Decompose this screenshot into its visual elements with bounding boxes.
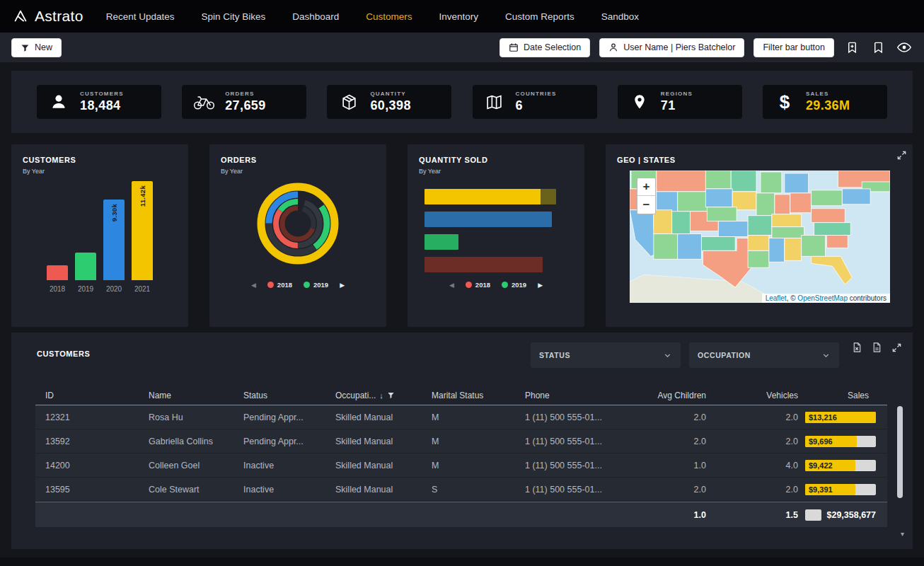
table-totals-row: 1.0 1.5 $29,358,677: [35, 502, 887, 527]
astrato-logo-icon: [13, 8, 28, 24]
bar-2021[interactable]: 11.42k2021: [132, 180, 153, 294]
chart-subtitle: By Year: [23, 168, 45, 175]
nav-item-customers[interactable]: Customers: [366, 11, 412, 22]
cell-vehicles: 2.0: [713, 437, 805, 446]
legend-prev-arrow[interactable]: ◀: [449, 282, 454, 289]
user-icon: [608, 42, 618, 52]
export-document-icon[interactable]: [870, 341, 883, 354]
quantity-hbar-chart: [425, 189, 567, 279]
kpi-card-countries[interactable]: COUNTRIES6: [473, 85, 597, 119]
table-row[interactable]: 14200Colleen GoelInactiveSkilled ManualM…: [35, 454, 887, 478]
col-header-vehicles[interactable]: Vehicles: [713, 391, 805, 400]
kpi-value: 27,659: [225, 98, 265, 113]
chart-title: QUANTITY SOLD: [419, 156, 487, 164]
legend-item-2018[interactable]: 2018: [267, 281, 292, 289]
hbar-2020[interactable]: [425, 212, 552, 227]
nav-item-dashboard[interactable]: Dashboard: [292, 11, 339, 22]
osm-link[interactable]: OpenStreetMap: [797, 294, 848, 302]
kpi-label: CUSTOMERS: [80, 91, 124, 97]
table-scrollbar[interactable]: [897, 406, 903, 521]
kpi-card-customers[interactable]: CUSTOMERS18,484: [37, 85, 161, 119]
customers-bar-chart: 201820199.30k202011.42k2021: [25, 180, 174, 294]
sales-bar: $9,422: [805, 460, 876, 471]
new-button[interactable]: New: [11, 38, 62, 57]
hbar-2019[interactable]: [425, 234, 458, 250]
kpi-label: REGIONS: [661, 91, 693, 97]
col-header-sales[interactable]: Sales: [805, 391, 876, 400]
nav-item-sandbox[interactable]: Sandbox: [601, 11, 639, 22]
nav-item-spin-city-bikes[interactable]: Spin City Bikes: [201, 11, 265, 22]
table-row[interactable]: 13592Gabriella CollinsPending Appr...Ski…: [35, 429, 887, 454]
legend-next-arrow[interactable]: ▶: [538, 282, 543, 289]
bar-2018[interactable]: 2018: [47, 180, 68, 294]
kpi-label: SALES: [806, 91, 850, 97]
brand[interactable]: Astrato: [13, 8, 83, 25]
orders-donut-svg[interactable]: [209, 177, 386, 290]
nav-item-recent-updates[interactable]: Recent Updates: [106, 11, 175, 22]
user-button[interactable]: User Name | Piers Batchelor: [599, 38, 744, 57]
cell-sales: $9,696: [805, 436, 876, 447]
legend-item-2019[interactable]: 2019: [502, 281, 526, 289]
cell-vehicles: 2.0: [713, 412, 805, 422]
leaflet-link[interactable]: Leaflet: [766, 294, 787, 302]
totals-avg-children: 1.0: [631, 510, 713, 520]
filter-bar-button[interactable]: Filter bar button: [753, 38, 834, 57]
occupation-filter-dropdown[interactable]: OCCUPATION: [689, 342, 839, 368]
scrollbar-thumb[interactable]: [897, 406, 903, 498]
export-excel-icon[interactable]: [850, 341, 863, 354]
chart-title: ORDERS: [221, 156, 257, 164]
kpi-label: ORDERS: [225, 91, 265, 97]
kpi-card-quantity[interactable]: QUANTITY60,398: [327, 85, 451, 119]
table-row[interactable]: 12321Rosa HuPending Appr...Skilled Manua…: [35, 405, 887, 429]
legend-prev-arrow[interactable]: ◀: [251, 282, 256, 289]
map-zoom-control: + −: [637, 178, 656, 214]
col-header-marital[interactable]: Marital Status: [432, 391, 525, 400]
filter-icon: [21, 43, 30, 52]
kpi-card-sales[interactable]: $SALES29.36M: [763, 85, 887, 119]
kpi-card-orders[interactable]: ORDERS27,659: [182, 85, 306, 119]
table-row[interactable]: 13595Cole StewartInactiveSkilled ManualS…: [35, 478, 887, 502]
date-selection-button[interactable]: Date Selection: [499, 38, 590, 57]
expand-icon[interactable]: [896, 150, 907, 163]
cell-occupation: Skilled Manual: [335, 485, 432, 495]
totals-sales-bar: [805, 509, 821, 521]
legend-dot: [304, 282, 310, 288]
status-filter-dropdown[interactable]: STATUS: [531, 342, 681, 368]
bookmark-icon[interactable]: [870, 39, 887, 56]
column-filter-icon[interactable]: [387, 391, 395, 399]
nav-item-custom-reports[interactable]: Custom Reports: [505, 11, 574, 22]
expand-icon[interactable]: [890, 341, 903, 354]
sales-bar: $9,696: [805, 436, 876, 447]
col-header-avg-children[interactable]: Avg Children: [631, 391, 713, 400]
col-header-status[interactable]: Status: [243, 391, 335, 400]
axis-label: 2020: [106, 285, 122, 294]
bar-2020[interactable]: 9.30k2020: [103, 180, 125, 294]
us-states-map[interactable]: + − Leaflet, © OpenStreetMap contributor…: [630, 171, 890, 303]
col-header-name[interactable]: Name: [149, 391, 243, 400]
eye-icon[interactable]: [896, 39, 913, 56]
nav-item-inventory[interactable]: Inventory: [439, 11, 479, 22]
customers-chart-panel: CUSTOMERS By Year 201820199.30k202011.42…: [11, 144, 188, 327]
cell-occupation: Skilled Manual: [335, 437, 432, 446]
kpi-value: 29.36M: [806, 98, 850, 113]
bar-2019[interactable]: 2019: [75, 180, 96, 294]
legend-item-2018[interactable]: 2018: [466, 281, 490, 289]
hbar-2021[interactable]: [425, 189, 556, 204]
cell-sales: $9,422: [805, 460, 876, 471]
col-header-id[interactable]: ID: [45, 391, 149, 400]
legend-dot: [267, 282, 274, 288]
bookmark-add-icon[interactable]: [843, 39, 860, 56]
cell-name: Cole Stewart: [149, 485, 243, 495]
quantity-legend: ◀20182019▶: [408, 281, 584, 289]
col-header-occupation[interactable]: Occupati... ↓: [335, 391, 432, 400]
col-header-phone[interactable]: Phone: [525, 391, 631, 400]
legend-item-2019[interactable]: 2019: [304, 281, 328, 289]
legend-next-arrow[interactable]: ▶: [340, 282, 345, 289]
kpi-card-regions[interactable]: REGIONS71: [618, 85, 742, 119]
scroll-down-icon[interactable]: ▾: [901, 530, 904, 538]
countries-icon: [483, 93, 507, 111]
hbar-2018[interactable]: [425, 257, 543, 272]
sort-desc-icon[interactable]: ↓: [379, 391, 383, 400]
zoom-out-button[interactable]: −: [637, 196, 655, 214]
zoom-in-button[interactable]: +: [637, 178, 655, 196]
